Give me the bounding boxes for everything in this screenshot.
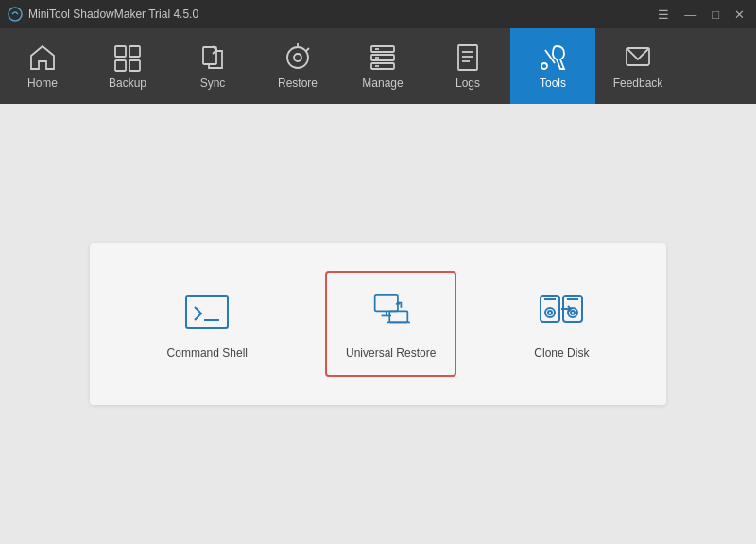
nav-manage-label: Manage (362, 76, 403, 90)
restore-icon (283, 42, 313, 73)
nav-item-tools[interactable]: Tools (510, 28, 595, 104)
backup-icon (112, 42, 143, 73)
svg-rect-4 (129, 60, 140, 71)
svg-rect-12 (371, 63, 394, 69)
svg-point-0 (9, 8, 22, 21)
nav-home-label: Home (27, 76, 58, 90)
nav-item-feedback[interactable]: Feedback (595, 28, 680, 104)
svg-rect-5 (203, 47, 216, 64)
minimize-btn[interactable]: — (680, 6, 700, 24)
app-icon (8, 7, 23, 22)
nav-item-sync[interactable]: Sync (170, 28, 255, 104)
nav-backup-label: Backup (109, 76, 146, 90)
nav-restore-label: Restore (278, 76, 318, 90)
svg-rect-3 (115, 60, 126, 71)
svg-rect-28 (389, 311, 407, 322)
tools-icon (538, 42, 568, 73)
svg-point-32 (548, 311, 552, 314)
universal-restore-icon (367, 288, 416, 337)
tool-item-universal-restore[interactable]: Universal Restore (325, 271, 456, 377)
tool-item-command-shell[interactable]: Command Shell (146, 271, 268, 377)
title-bar: MiniTool ShadowMaker Trial 4.5.0 ☰ — □ ✕ (0, 0, 756, 28)
svg-line-9 (306, 48, 309, 51)
navbar: Home Backup Sync Restore (0, 28, 756, 104)
svg-rect-10 (371, 46, 394, 52)
svg-rect-1 (115, 46, 126, 57)
nav-item-home[interactable]: Home (0, 28, 85, 104)
nav-tools-label: Tools (540, 76, 566, 90)
svg-point-31 (545, 308, 555, 317)
logs-icon (453, 42, 483, 73)
svg-rect-11 (371, 55, 394, 60)
svg-point-7 (294, 54, 301, 61)
svg-point-36 (571, 311, 575, 314)
main-content: Command Shell Universal Restore (0, 104, 756, 544)
nav-item-backup[interactable]: Backup (85, 28, 170, 104)
svg-rect-2 (129, 46, 140, 57)
clone-disk-label: Clone Disk (534, 347, 589, 360)
app-title: MiniTool ShadowMaker Trial 4.5.0 (28, 8, 198, 21)
command-shell-icon (182, 288, 232, 337)
maximize-btn[interactable]: □ (708, 6, 723, 24)
nav-feedback-label: Feedback (613, 76, 663, 90)
hamburger-btn[interactable]: ☰ (654, 6, 673, 24)
svg-rect-25 (374, 295, 397, 311)
nav-item-restore[interactable]: Restore (255, 28, 340, 104)
svg-point-6 (287, 47, 308, 68)
feedback-icon (623, 42, 653, 73)
clone-disk-icon (537, 288, 586, 337)
nav-item-manage[interactable]: Manage (340, 28, 425, 104)
nav-sync-label: Sync (200, 76, 226, 90)
home-icon (27, 42, 58, 73)
svg-rect-23 (186, 296, 228, 328)
tool-item-clone-disk[interactable]: Clone Disk (513, 271, 610, 377)
manage-icon (368, 42, 398, 73)
title-bar-left: MiniTool ShadowMaker Trial 4.5.0 (8, 7, 198, 22)
title-bar-controls: ☰ — □ ✕ (654, 6, 748, 24)
close-btn[interactable]: ✕ (730, 6, 748, 24)
nav-logs-label: Logs (455, 76, 480, 90)
universal-restore-label: Universal Restore (346, 347, 436, 360)
command-shell-label: Command Shell (167, 347, 248, 360)
sync-icon (198, 42, 228, 73)
nav-item-logs[interactable]: Logs (425, 28, 510, 104)
svg-point-35 (568, 308, 577, 317)
svg-rect-16 (458, 45, 477, 70)
svg-point-21 (541, 63, 547, 69)
tools-panel: Command Shell Universal Restore (90, 243, 667, 405)
